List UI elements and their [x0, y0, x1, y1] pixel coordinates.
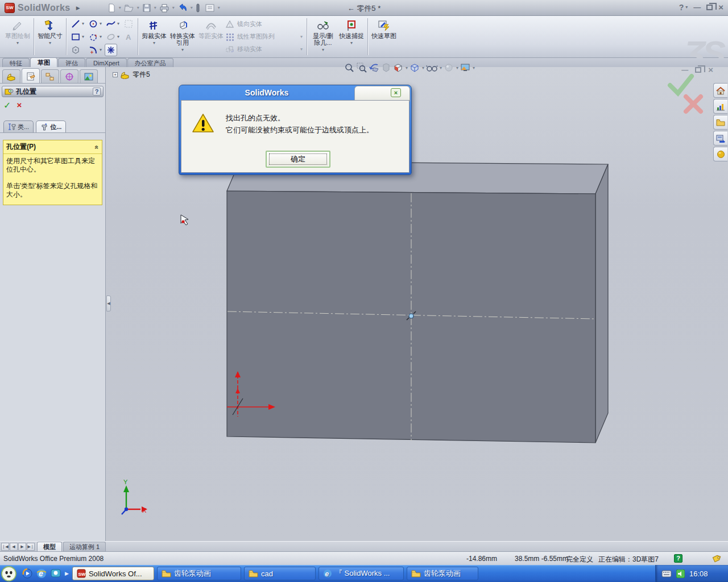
view-palette-button[interactable] [713, 131, 727, 146]
fillet-tool[interactable] [87, 44, 100, 56]
quick-snaps-button[interactable]: 快速捕捉 ▾ [337, 16, 366, 57]
last-tab-button[interactable]: ▶❘ [27, 543, 35, 551]
rebuild-button[interactable] [194, 2, 202, 14]
line-tool[interactable] [69, 18, 82, 30]
doc-restore-button[interactable] [695, 67, 701, 73]
options-button[interactable] [203, 2, 217, 14]
ok-check-button[interactable]: ✓ [3, 100, 11, 111]
perimeter-circle-dropdown-icon[interactable]: ▾ [100, 34, 105, 39]
first-tab-button[interactable]: ❘◀ [1, 543, 9, 551]
linear-pattern-button[interactable]: 线性草图阵列 ▾ [225, 31, 305, 43]
new-dropdown-icon[interactable]: ▾ [119, 5, 121, 10]
rectangle-tool[interactable] [69, 31, 82, 43]
hide-show-items-button[interactable] [425, 61, 438, 74]
new-document-button[interactable] [105, 2, 118, 14]
keyboard-tray-icon[interactable] [661, 570, 672, 577]
collapse-panel-handle[interactable]: ◀ [106, 296, 111, 311]
dimxpert-manager-tab[interactable] [60, 69, 78, 83]
print-button[interactable] [158, 2, 171, 14]
dialog-close-button[interactable]: × [391, 88, 401, 97]
line-dropdown-icon[interactable]: ▾ [82, 21, 87, 26]
view-orientation-button[interactable] [392, 61, 404, 74]
close-button[interactable]: × [718, 2, 723, 12]
media-player-icon[interactable] [22, 568, 32, 579]
circle-tool[interactable] [87, 18, 100, 30]
trim-entities-button[interactable]: 剪裁实体 ▾ [140, 16, 168, 57]
options-dropdown-icon[interactable]: ▾ [218, 5, 220, 10]
dialog-ok-button[interactable]: 确定 [266, 151, 330, 168]
collapse-chevron-icon[interactable]: « [93, 145, 101, 149]
custom-properties-button[interactable] [713, 147, 727, 161]
point-tool[interactable] [105, 44, 117, 56]
zoom-area-button[interactable] [356, 61, 367, 74]
taskbar-clock[interactable]: 16:08 [689, 569, 708, 578]
perimeter-circle-tool[interactable] [87, 31, 100, 43]
dialog-title[interactable]: SolidWorks [179, 85, 354, 100]
ellipse-tool[interactable] [105, 31, 117, 43]
hole-position-tab[interactable]: * 位... [36, 120, 66, 132]
hide-show-dropdown-icon[interactable]: ▾ [440, 65, 442, 70]
file-explorer-button[interactable] [713, 115, 727, 130]
minimize-button[interactable]: — [693, 3, 701, 11]
design-library-button[interactable] [713, 99, 727, 114]
save-dropdown-icon[interactable]: ▾ [154, 5, 156, 10]
pm-help-button[interactable]: ? [93, 88, 101, 95]
tab-office-products[interactable]: 办公室产品 [127, 58, 173, 67]
app-logo[interactable]: SW SolidWorks [0, 3, 74, 13]
spline-tool[interactable] [105, 18, 117, 30]
prev-tab-button[interactable]: ◀ [10, 543, 18, 551]
ellipse-dropdown-icon[interactable]: ▾ [117, 34, 122, 39]
cancel-x-button[interactable]: × [16, 100, 22, 111]
text-tool[interactable]: A [122, 31, 135, 43]
display-delete-relations-button[interactable]: 显示/删除几... ▾ [309, 16, 337, 57]
save-button[interactable] [140, 2, 153, 14]
help-dropdown-icon[interactable]: ▾ [685, 5, 688, 10]
tab-features[interactable]: 特征 [2, 58, 30, 67]
property-manager-tab[interactable] [22, 68, 40, 83]
next-tab-button[interactable]: ▶ [18, 543, 26, 551]
move-entities-button[interactable]: 移动实体 ▾ [225, 44, 305, 55]
restore-button[interactable] [706, 5, 713, 10]
hole-type-tab[interactable]: 类... [3, 120, 34, 132]
panel-splitter[interactable]: ◀ [106, 67, 111, 541]
motion-study-tab[interactable]: 运动算例 1 [63, 542, 106, 551]
tag-icon[interactable] [711, 554, 721, 563]
taskbar-task-folder-1[interactable]: 齿轮泵动画 [157, 567, 241, 580]
sketch-button[interactable]: 草图绘制 ▾ [3, 16, 32, 57]
model-tab[interactable]: 模型 [37, 542, 62, 551]
extruded-block-model[interactable] [227, 161, 608, 443]
configuration-manager-tab[interactable] [41, 69, 59, 83]
messenger-icon[interactable] [51, 568, 61, 579]
doc-close-button[interactable]: × [708, 65, 713, 74]
sketch-picture-tool[interactable] [122, 18, 135, 30]
tab-evaluate[interactable]: 评估 [58, 58, 85, 67]
view-orientation-dropdown-icon[interactable]: ▾ [406, 65, 408, 70]
apply-scene-button[interactable] [460, 61, 471, 74]
tab-sketch[interactable]: 草图 [30, 57, 57, 67]
open-dropdown-icon[interactable]: ▾ [137, 5, 139, 10]
resources-home-button[interactable] [713, 83, 727, 98]
volume-tray-icon[interactable] [676, 569, 685, 578]
start-button[interactable] [1, 566, 16, 581]
scene-dropdown-icon[interactable]: ▾ [473, 65, 475, 70]
tab-dimxpert[interactable]: DimXpert [86, 58, 127, 67]
convert-entities-button[interactable]: 转换实体引用 ▾ [168, 16, 197, 57]
menu-expand-icon[interactable]: ▶ [74, 5, 86, 11]
internet-explorer-icon[interactable]: e [36, 568, 47, 579]
section-view-button[interactable] [381, 61, 391, 74]
undo-button[interactable] [176, 2, 189, 14]
print-dropdown-icon[interactable]: ▾ [172, 5, 175, 10]
fillet-dropdown-icon[interactable]: ▾ [100, 47, 105, 52]
doc-minimize-button[interactable]: — [681, 66, 688, 74]
taskbar-task-ie[interactable]: e 『 SolidWorks ... [318, 567, 404, 580]
previous-view-button[interactable] [369, 61, 380, 74]
open-document-button[interactable] [122, 2, 136, 14]
appearances-tab[interactable] [80, 69, 98, 83]
spline-dropdown-icon[interactable]: ▾ [117, 21, 122, 26]
quick-tips-button[interactable]: ? [674, 554, 682, 563]
taskbar-task-folder-2[interactable]: 齿轮泵动画 [407, 567, 478, 580]
quick-launch-expand-icon[interactable]: ▶ [65, 571, 69, 576]
offset-entities-button[interactable]: 等距实体 [197, 16, 225, 57]
help-button[interactable]: ? [679, 3, 684, 12]
display-style-dropdown-icon[interactable]: ▾ [422, 65, 424, 70]
